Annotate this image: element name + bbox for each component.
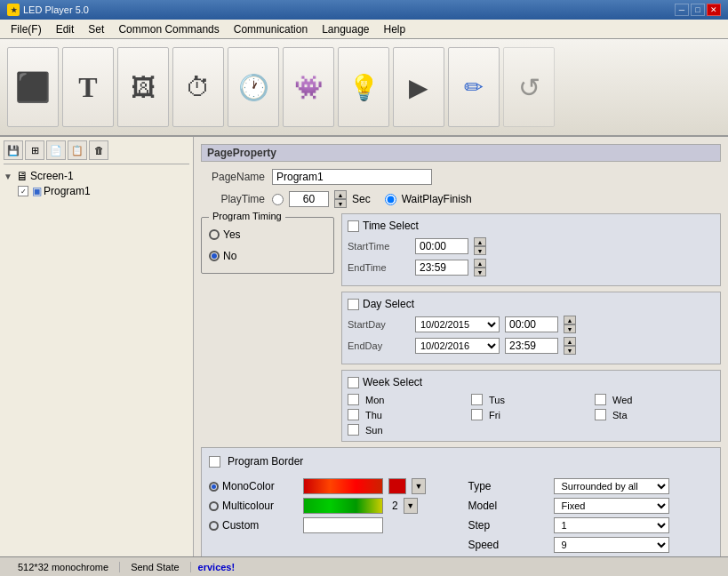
sidebar-copy-button[interactable]: 📋 [68,140,87,160]
week-fri[interactable]: Fri [471,409,591,420]
pagename-input[interactable] [272,169,432,185]
program-border-title: Program Border [209,455,713,468]
border-settings: Type Surrounded by all Model Fixed Step [468,475,714,556]
start-time-input[interactable] [415,238,468,254]
start-day-up-button[interactable]: ▲ [564,316,576,324]
menu-file[interactable]: File(F) [4,21,49,37]
timing-yes-label: Yes [223,228,241,241]
week-select-checkbox[interactable] [348,377,359,388]
maximize-button[interactable]: □ [691,4,705,16]
type-select[interactable]: Surrounded by all [554,478,669,494]
screen-tool-button[interactable]: ⬛ [7,47,59,127]
step-select[interactable]: 1 [554,517,669,533]
close-button[interactable]: ✕ [707,4,721,16]
program-border-section: Program Border MonoColor ▼ [201,447,721,556]
waitplayfinish-radio[interactable] [385,194,396,205]
tree-program-item[interactable]: ✓ ▣ Program1 [18,184,189,198]
end-day-down-button[interactable]: ▼ [564,346,576,355]
tree-root-item[interactable]: ▼ 🖥 Screen-1 [4,168,189,184]
tree-program-label: Program1 [44,185,91,197]
week-mon[interactable]: Mon [348,394,468,405]
end-time-spinner: ▲ ▼ [474,259,486,276]
playtime-controls: ▲ ▼ Sec WaitPlayFinish [272,190,472,208]
menu-communication[interactable]: Communication [227,21,315,37]
day-select-checkbox[interactable] [348,299,359,310]
sidebar-save-button[interactable]: 💾 [4,140,23,160]
model-select[interactable]: Fixed [554,498,669,514]
usb-tool-button[interactable]: ✏ [448,47,500,127]
end-time-up-button[interactable]: ▲ [474,259,486,268]
wed-checkbox[interactable] [595,394,606,405]
time-tool-button[interactable]: ⏱ [172,47,224,127]
timing-yes-item[interactable]: Yes [209,228,326,241]
multicolour-radio[interactable] [209,501,219,511]
speed-select[interactable]: 9 [554,537,669,553]
custom-label: Custom [222,519,259,532]
end-day-select[interactable]: 10/02/2016 [415,338,500,354]
menu-language[interactable]: Language [315,21,376,37]
multicolour-radio-label: Multicolour [209,500,298,512]
custom-radio[interactable] [209,521,219,531]
fri-checkbox[interactable] [471,409,483,420]
sidebar-page-button[interactable]: 📄 [46,140,66,160]
week-thu[interactable]: Thu [348,409,468,420]
start-day-down-button[interactable]: ▼ [564,324,576,333]
monocolor-dropdown-button[interactable]: ▼ [412,478,426,494]
clock-tool-button[interactable]: 🕐 [228,47,279,127]
start-day-select[interactable]: 10/02/2015 [415,316,500,332]
program-timing-title: Program Timing [209,211,285,221]
menu-edit[interactable]: Edit [49,21,82,37]
menu-set[interactable]: Set [81,21,111,37]
image-tool-button[interactable]: 🖼 [117,47,169,127]
main-content-area: Program Timing Yes No [201,213,721,447]
start-day-time-input[interactable] [505,316,558,332]
week-sta[interactable]: Sta [595,409,715,420]
sun-checkbox[interactable] [348,424,359,436]
timing-yes-radio[interactable] [209,229,220,240]
monocolor-swatch[interactable] [388,478,406,494]
start-time-down-button[interactable]: ▼ [474,246,486,255]
clock-icon: 🕐 [238,73,269,102]
week-tus[interactable]: Tus [471,394,591,405]
undo-tool-button[interactable]: ↺ [503,47,555,127]
program-icon: ▣ [32,185,42,197]
title-area: ★ LED Player 5.0 [7,4,89,16]
end-day-time-input[interactable] [505,338,558,354]
week-sun[interactable]: Sun [348,424,468,436]
sta-checkbox[interactable] [595,409,606,420]
monocolor-radio[interactable] [209,482,219,492]
playtime-up-button[interactable]: ▲ [334,190,347,199]
time-select-checkbox[interactable] [348,220,359,232]
game-tool-button[interactable]: 👾 [283,47,334,127]
thu-checkbox[interactable] [348,409,359,420]
end-time-down-button[interactable]: ▼ [474,268,486,276]
window-controls: ─ □ ✕ [675,4,721,16]
sidebar-delete-button[interactable]: 🗑 [89,140,108,160]
timing-no-radio[interactable] [209,251,220,261]
program-timing-group: Program Timing Yes No [201,217,334,274]
text-tool-button[interactable]: T [62,47,114,127]
week-select-panel: Week Select Mon Tus Wed [341,370,721,442]
playtime-down-button[interactable]: ▼ [334,199,347,208]
start-time-up-button[interactable]: ▲ [474,237,486,246]
end-time-input[interactable] [415,260,468,276]
end-day-up-button[interactable]: ▲ [564,337,576,346]
menu-help[interactable]: Help [377,21,413,37]
playtime-radio[interactable] [272,194,284,205]
timing-no-item[interactable]: No [209,250,326,262]
tus-checkbox[interactable] [471,394,483,405]
mon-checkbox[interactable] [348,394,359,405]
app-title: LED Player 5.0 [23,4,89,15]
play-tool-button[interactable]: ▶ [393,47,444,127]
sidebar-grid-button[interactable]: ⊞ [25,140,44,160]
playtime-input[interactable] [289,191,329,207]
menu-common-commands[interactable]: Common Commands [111,21,226,37]
text-icon: T [78,71,97,104]
week-wed[interactable]: Wed [595,394,715,405]
bulb-tool-button[interactable]: 💡 [338,47,389,127]
tree-program-check[interactable]: ✓ [18,186,28,196]
multicolour-dropdown-button[interactable]: ▼ [404,498,418,514]
minimize-button[interactable]: ─ [675,4,689,16]
pagename-row: PageName [201,169,721,185]
program-border-checkbox[interactable] [209,456,220,468]
